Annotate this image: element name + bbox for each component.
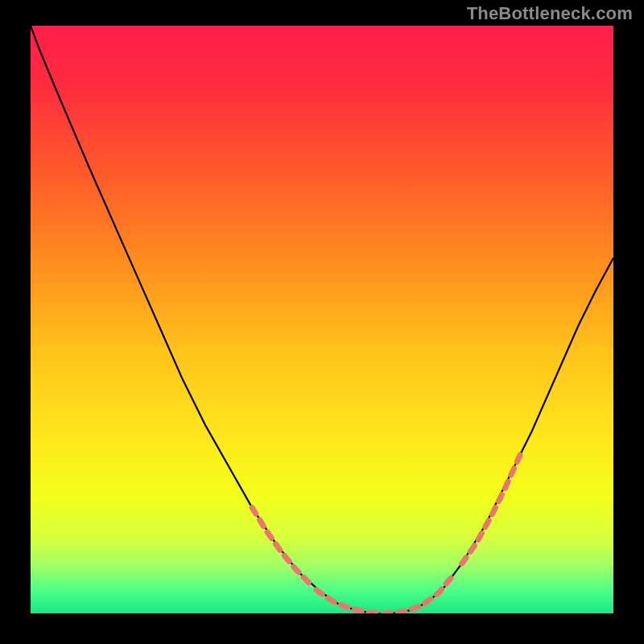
watermark-text: TheBottleneck.com xyxy=(467,3,633,24)
plot-background xyxy=(31,26,613,613)
chart-svg xyxy=(0,0,644,644)
chart-frame: { "watermark": "TheBottleneck.com", "cha… xyxy=(0,0,644,644)
